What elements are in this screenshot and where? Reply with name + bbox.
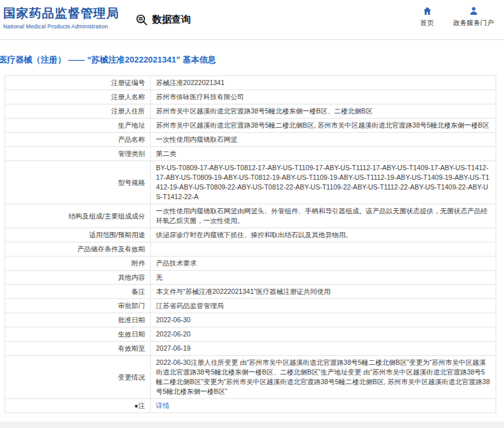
row-label: 注册人住所	[5, 104, 151, 119]
table-row: 其他内容无	[5, 271, 496, 285]
table-row: 注册人住所苏州市吴中区越溪街道北官渡路38号5幢北楼东侧一楼B区、二楼北侧B区	[5, 104, 496, 119]
row-label: 产品名称	[5, 133, 151, 147]
row-label: 批准日期	[5, 313, 151, 327]
row-label: 其他内容	[5, 271, 151, 285]
registration-info-table: 注册证编号苏械注准20222021341注册人名称苏州市倍咏医疗科技有限公司注册…	[5, 75, 496, 413]
table-row: 适用范围/预期用途供泌尿诊疗时在内窥镜下抓住、操控和取出结石以及其他异物用。	[5, 228, 496, 242]
row-label: 注册人名称	[5, 90, 151, 104]
user-icon	[469, 6, 479, 16]
search-document-icon	[135, 14, 148, 26]
row-label: ●注	[5, 399, 151, 413]
detail-link[interactable]: 详情	[156, 402, 170, 409]
table-row: 审批部门江苏省药品监督管理局	[5, 299, 496, 313]
info-table-body: 注册证编号苏械注准20222021341注册人名称苏州市倍咏医疗科技有限公司注册…	[5, 76, 496, 413]
row-value: 无	[151, 271, 496, 285]
row-label: 备注	[5, 285, 151, 299]
data-query-label: 数据查询	[152, 14, 191, 26]
row-value: 产品技术要求	[151, 257, 496, 271]
row-value: 2022-06-30	[151, 313, 496, 327]
row-value: 第二类	[151, 147, 496, 161]
site-logo[interactable]: 国家药品监督管理局 National Medical Products Admi…	[3, 6, 119, 30]
page: 国家药品监督管理局 National Medical Products Admi…	[0, 0, 504, 428]
row-value: 一次性使用内窥镜取石网篮	[151, 133, 496, 147]
row-label: 附件	[5, 257, 151, 271]
row-value: 2027-06-19	[151, 342, 496, 356]
row-value: 江苏省药品监督管理局	[151, 299, 496, 313]
table-row: 结构及组成/主要组成成分一次性使用内窥镜取石网篮由网篮头、外管组件、手柄和导引器…	[5, 204, 496, 228]
table-row: 注册人名称苏州市倍咏医疗科技有限公司	[5, 90, 496, 104]
row-value: BY-US-T0809-17-ABY-US-T0812-17-ABY-US-T1…	[151, 161, 496, 204]
row-value: 供泌尿诊疗时在内窥镜下抓住、操控和取出结石以及其他异物用。	[151, 228, 496, 242]
site-header: 国家药品监督管理局 National Medical Products Admi…	[0, 0, 504, 40]
footer-strip	[0, 422, 504, 428]
home-icon	[422, 6, 432, 16]
nav-item-label: 首页	[420, 19, 434, 28]
row-label: 注册证编号	[5, 76, 151, 90]
row-label: 变更情况	[5, 356, 151, 399]
data-query-heading: 数据查询	[135, 14, 191, 26]
row-value: 苏州市倍咏医疗科技有限公司	[151, 90, 496, 104]
row-value: 苏州市吴中区越溪街道北官渡路38号5幢北楼东侧一楼B区、二楼北侧B区	[151, 104, 496, 119]
row-label: 结构及组成/主要组成成分	[5, 204, 151, 228]
row-label: 生产地址	[5, 119, 151, 133]
table-row: 产品储存条件及有效期	[5, 242, 496, 257]
table-row: 批准日期2022-06-30	[5, 313, 496, 327]
table-row: 注册证编号苏械注准20222021341	[5, 76, 496, 90]
row-value	[151, 242, 496, 257]
header-nav: 首页 政务服务门户	[420, 6, 494, 28]
table-row: 附件产品技术要求	[5, 257, 496, 271]
table-row: 备注本文件与“苏械注准20222021341”医疗器械注册证共同使用	[5, 285, 496, 299]
row-value: 本文件与“苏械注准20222021341”医疗器械注册证共同使用	[151, 285, 496, 299]
table-row: 管理类别第二类	[5, 147, 496, 161]
table-row: 生产地址苏州市吴中区越溪街道北官渡路38号5幢二楼北侧B区, 苏州市吴中区越溪街…	[5, 119, 496, 133]
page-title: 医疗器械（注册） —— “苏械注准20222021341” 基本信息	[0, 54, 504, 66]
row-value: 2022-06-30注册人住所变更 由“苏州市吴中区越溪街道北官渡路38号5幢二…	[151, 356, 496, 399]
org-name-en: National Medical Products Administration	[3, 23, 119, 30]
table-row: 型号规格BY-US-T0809-17-ABY-US-T0812-17-ABY-U…	[5, 161, 496, 204]
row-label: 有效期至	[5, 342, 151, 356]
table-row: 生效日期2022-06-20	[5, 327, 496, 342]
nav-item-portal[interactable]: 政务服务门户	[453, 6, 494, 28]
table-row: 产品名称一次性使用内窥镜取石网篮	[5, 133, 496, 147]
nav-item-home[interactable]: 首页	[420, 6, 434, 28]
row-label: 型号规格	[5, 161, 151, 204]
org-name-cn: 国家药品监督管理局	[3, 6, 119, 21]
row-label: 适用范围/预期用途	[5, 228, 151, 242]
nav-item-label: 政务服务门户	[453, 19, 494, 28]
row-label: 管理类别	[5, 147, 151, 161]
table-row: ●注详情	[5, 399, 496, 413]
table-row: 变更情况2022-06-30注册人住所变更 由“苏州市吴中区越溪街道北官渡路38…	[5, 356, 496, 399]
row-value: 苏州市吴中区越溪街道北官渡路38号5幢二楼北侧B区, 苏州市吴中区越溪街道北官渡…	[151, 119, 496, 133]
table-row: 有效期至2027-06-19	[5, 342, 496, 356]
row-label: 生效日期	[5, 327, 151, 342]
row-value: 2022-06-20	[151, 327, 496, 342]
row-label: 审批部门	[5, 299, 151, 313]
row-value: 详情	[151, 399, 496, 413]
row-value: 一次性使用内窥镜取石网篮由网篮头、外管组件、手柄和导引器组成。该产品以无菌状态提…	[151, 204, 496, 228]
row-value: 苏械注准20222021341	[151, 76, 496, 90]
row-label: 产品储存条件及有效期	[5, 242, 151, 257]
